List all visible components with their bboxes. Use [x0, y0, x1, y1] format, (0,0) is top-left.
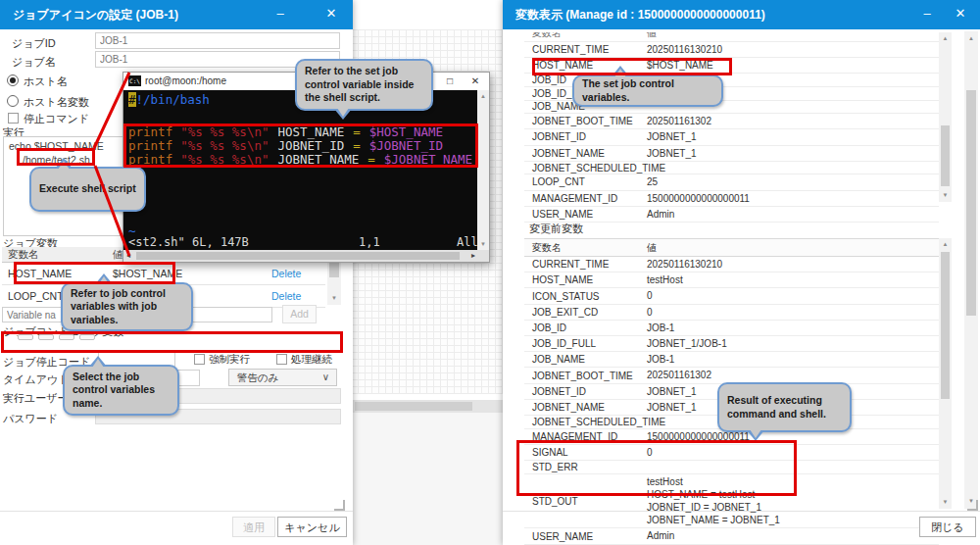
- scroll-down-icon[interactable]: ▼: [939, 191, 952, 200]
- upper-table-scrollbar[interactable]: ▲ ▼: [939, 32, 952, 202]
- dialog-titlebar[interactable]: 変数表示 (Manage id : 1500000000000000011) –…: [503, 0, 980, 29]
- variable-name: JOB_EXIT_CD: [524, 307, 647, 318]
- callout-refer-shell: Refer to the set job control variable in…: [295, 59, 433, 111]
- variable-value: 202501161302: [647, 368, 939, 382]
- cancel-button[interactable]: キャンセル: [277, 517, 347, 537]
- resize-grip[interactable]: [967, 500, 978, 511]
- variable-value: testHost HOST_NAME = testHost JOBNET_ID …: [647, 474, 939, 528]
- hostvar-radio[interactable]: [7, 95, 19, 107]
- variable-value: JOBNET_1/JOB-1: [647, 336, 939, 351]
- hostname-radio-label: ホスト名: [24, 74, 68, 89]
- vim-statusline: <st2.sh" 6L, 147B 1,1 All: [128, 235, 471, 249]
- hash-char: #: [128, 92, 136, 107]
- scroll-right-icon[interactable]: ▸: [471, 251, 475, 260]
- scroll-down-icon[interactable]: ▼: [477, 240, 489, 249]
- delete-link[interactable]: Delete: [271, 268, 301, 279]
- shellvar-token: $JOBNET_ID: [369, 138, 443, 153]
- table-row: SIGNAL 0: [524, 445, 939, 461]
- dialog-titlebar[interactable]: ジョブアイコンの設定 (JOB-1) – ✕: [0, 0, 353, 29]
- canvas-lower-area: [351, 413, 505, 545]
- table-row: CURRENT_TIME 20250116130210: [524, 257, 939, 272]
- variable-value: JOB-1: [647, 321, 939, 335]
- variable-name: USER_NAME: [524, 209, 647, 220]
- printf-token: printf: [128, 138, 172, 153]
- variable-value-header: 値: [113, 248, 123, 262]
- job-name-label: ジョブ名: [12, 55, 56, 70]
- close-button[interactable]: 閉じる: [919, 517, 976, 537]
- variable-tag-button[interactable]: [59, 334, 74, 340]
- table-row: JOBNET_SCHEDULED_TIME: [524, 162, 939, 175]
- variable-name: JOB_NAME: [524, 354, 647, 365]
- scrollbar-thumb[interactable]: [966, 90, 976, 316]
- scroll-up-icon[interactable]: ▲: [477, 92, 489, 101]
- shellvar-token: $HOST_NAME: [369, 124, 443, 139]
- callout-text: Select the job control variables name.: [73, 371, 170, 411]
- variable-value: 0: [647, 288, 939, 303]
- lower-table-scrollbar[interactable]: ▲ ▼: [939, 238, 952, 509]
- variable-value: 20250116130210: [647, 42, 939, 57]
- scroll-down-icon[interactable]: ▼: [939, 498, 952, 507]
- divider: [503, 511, 980, 512]
- stop-command-label: 停止コマンド: [24, 112, 89, 126]
- maximize-icon[interactable]: □: [438, 73, 462, 90]
- variable-value: Admin: [647, 207, 939, 222]
- callout-refer-jobvars: Refer to job control variables with job …: [61, 282, 193, 331]
- timeout-label: タイムアウト: [3, 372, 70, 387]
- terminal-vertical-scrollbar[interactable]: ▲ ▼: [477, 90, 489, 251]
- selected-option: 警告のみ: [237, 372, 279, 385]
- timeout-warning-select[interactable]: 警告のみ ∨: [228, 369, 337, 386]
- stop-command-checkbox[interactable]: [8, 113, 19, 124]
- scrollbar-thumb[interactable]: [136, 252, 460, 260]
- scroll-down-icon[interactable]: ▼: [327, 294, 341, 303]
- callout-set-vars: The set job control variables.: [572, 74, 723, 107]
- scrollbar-thumb[interactable]: [941, 125, 950, 186]
- variable-value: [647, 466, 939, 468]
- table-row: JOBNET_BOOT_TIME 202501161302: [524, 114, 939, 129]
- minimize-icon[interactable]: –: [913, 0, 941, 29]
- close-icon[interactable]: ✕: [318, 0, 345, 29]
- scrollbar-thumb[interactable]: [355, 402, 472, 411]
- continue-checkbox[interactable]: [276, 354, 287, 365]
- variable-value-header: 値: [647, 32, 657, 40]
- close-icon[interactable]: ✕: [464, 73, 487, 90]
- callout-execute-shell: Execute shell script: [29, 167, 146, 212]
- force-exec-checkbox[interactable]: [194, 354, 205, 365]
- apply-button[interactable]: 適用: [232, 517, 275, 537]
- dialog-scrollbar[interactable]: ▲ ▼: [964, 31, 978, 509]
- printf-lines: printf"%s %s %s\n"HOST_NAME=$HOST_NAME p…: [128, 125, 472, 167]
- scroll-up-icon[interactable]: ▲: [939, 34, 952, 43]
- table-row: HOST_NAME testHost: [524, 272, 939, 288]
- scroll-up-icon[interactable]: ▲: [964, 34, 978, 43]
- hostname-radio[interactable]: [7, 74, 19, 86]
- variable-name-header: 変数名: [524, 32, 647, 40]
- close-icon[interactable]: ✕: [947, 0, 974, 29]
- dialog-title: ジョブアイコンの設定 (JOB-1): [13, 7, 178, 24]
- canvas-horizontal-scrollbar[interactable]: [351, 400, 505, 413]
- cmd-icon: C:\: [128, 75, 141, 86]
- table-row: HOST_NAME $HOST_NAME: [524, 58, 939, 74]
- hostvar-radio-label: ホスト名変数: [24, 95, 89, 110]
- variable-name: JOB_ID_FULL: [524, 338, 647, 349]
- terminal-horizontal-scrollbar[interactable]: ◂ ▸: [123, 250, 489, 262]
- scroll-up-icon[interactable]: ▲: [939, 240, 952, 249]
- callout-text: Refer to the set job control variable in…: [305, 65, 423, 105]
- variable-name: LOOP_CNT: [524, 176, 647, 187]
- add-button[interactable]: Add: [282, 305, 317, 323]
- scroll-left-icon[interactable]: ◂: [126, 251, 130, 260]
- variable-name: JOBNET_NAME: [524, 148, 647, 159]
- shebang-text: !/bin/bash: [136, 92, 210, 107]
- variable-name: JOBNET_ID: [524, 131, 647, 142]
- table-row: JOBNET_NAME JOBNET_1: [524, 146, 939, 162]
- password-label: パスワード: [3, 412, 58, 426]
- job-id-field[interactable]: [95, 32, 340, 49]
- scrollbar-thumb[interactable]: [941, 252, 950, 399]
- variable-tag-button[interactable]: [38, 334, 54, 340]
- variable-tag-button[interactable]: [18, 334, 33, 340]
- table-row: USER_NAME Admin: [524, 207, 939, 223]
- delete-link[interactable]: Delete: [271, 290, 301, 302]
- resize-grip[interactable]: [334, 500, 345, 511]
- minimize-icon[interactable]: –: [267, 0, 294, 29]
- terminal-title: root@moon:/home: [145, 75, 226, 86]
- variable-tag-button[interactable]: [79, 334, 95, 340]
- terminal-line: printf"%s %s %s\n"HOST_NAME=$HOST_NAME: [128, 125, 472, 139]
